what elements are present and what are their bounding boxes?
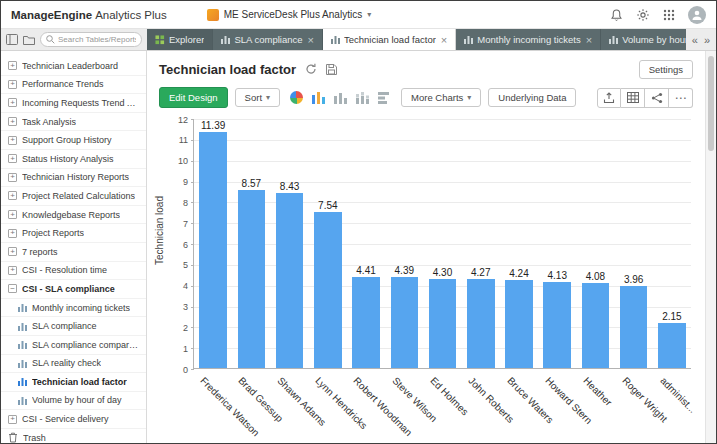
bar-roger-wright[interactable] xyxy=(620,286,648,368)
sidebar-item-project-reports[interactable]: +Project Reports xyxy=(1,224,146,243)
collapse-minus-icon[interactable]: − xyxy=(8,284,17,293)
expand-plus-icon[interactable]: + xyxy=(8,210,17,219)
user-avatar[interactable] xyxy=(688,6,706,24)
expand-plus-icon[interactable]: + xyxy=(8,191,17,200)
bar-heather[interactable] xyxy=(582,283,610,368)
chevron-down-icon: ▾ xyxy=(467,94,471,102)
tab-sla-compliance[interactable]: SLA compliance× xyxy=(213,29,323,50)
bar-bruce-waters[interactable] xyxy=(505,280,533,368)
sidebar-report-monthly-incoming-tickets[interactable]: Monthly incoming tickets xyxy=(1,299,146,318)
sidebar-item-label: Task Analysis xyxy=(22,117,76,127)
sidebar-item-label: CSI - Service delivery xyxy=(22,414,109,424)
workspace-selector[interactable]: ME ServiceDesk Plus Analytics ▾ xyxy=(207,9,371,21)
sidebar-item-technician-leaderboard[interactable]: +Technician Leaderboard xyxy=(1,57,146,76)
scroll-tabs-left-icon[interactable]: « xyxy=(692,34,698,46)
close-icon[interactable]: × xyxy=(441,34,447,46)
pie-chart-icon[interactable] xyxy=(290,91,303,104)
sidebar-report-volume-by-hour-of-day[interactable]: Volume by hour of day xyxy=(1,392,146,411)
settings-gear-icon[interactable] xyxy=(636,8,650,22)
bar-value-label: 4.08 xyxy=(586,271,605,282)
expand-plus-icon[interactable]: + xyxy=(8,229,17,238)
tab-label: Monthly incoming tickets xyxy=(477,34,580,45)
expand-plus-icon[interactable]: + xyxy=(8,61,17,70)
sidebar-item-technician-history-reports[interactable]: +Technician History Reports xyxy=(1,169,146,188)
sidebar-item-7-reports[interactable]: +7 reports xyxy=(1,243,146,262)
scrollbar-thumb[interactable] xyxy=(708,56,714,151)
sidebar-item-csi-sla-compliance[interactable]: −CSI - SLA compliance xyxy=(1,280,146,299)
vertical-scrollbar[interactable] xyxy=(705,51,716,443)
report-header: Technician load factor Settings xyxy=(147,51,705,81)
bar-robert-woodman[interactable] xyxy=(352,277,380,369)
bar-value-label: 8.43 xyxy=(280,181,299,192)
sidebar-item-label: Technician load factor xyxy=(32,377,127,387)
stacked-bar-chart-icon[interactable] xyxy=(356,91,369,104)
sidebar-item-performance-trends[interactable]: +Performance Trends xyxy=(1,76,146,95)
underlying-data-button[interactable]: Underlying Data xyxy=(488,88,576,107)
sidebar-item-csi-resolution-time[interactable]: +CSI - Resolution time xyxy=(1,262,146,281)
tab-volume-by-hour-of-day[interactable]: Volume by hour of day× xyxy=(601,29,686,50)
close-icon[interactable]: × xyxy=(586,34,592,46)
tab-technician-load-factor[interactable]: Technician load factor× xyxy=(323,29,456,50)
y-axis-tick xyxy=(191,369,194,370)
bar-lynn-hendricks[interactable] xyxy=(314,212,342,368)
save-icon[interactable] xyxy=(326,64,337,75)
expand-plus-icon[interactable]: + xyxy=(8,266,17,275)
expand-plus-icon[interactable]: + xyxy=(8,415,17,424)
sidebar-report-sla-compliance-comparison[interactable]: SLA compliance comparison xyxy=(1,336,146,355)
sidebar-item-label: Monthly incoming tickets xyxy=(32,303,130,313)
expand-plus-icon[interactable]: + xyxy=(8,117,17,126)
apps-grid-icon[interactable] xyxy=(663,9,675,21)
bar-chart-color-icon[interactable] xyxy=(312,91,325,104)
export-icon[interactable] xyxy=(597,88,621,108)
scroll-tabs-right-icon[interactable]: » xyxy=(704,34,710,46)
sidebar-report-sla-reality-check[interactable]: SLA reality check xyxy=(1,355,146,374)
folder-icon[interactable] xyxy=(23,35,35,45)
sidebar-item-task-analysis[interactable]: +Task Analysis xyxy=(1,113,146,132)
sidebar-item-label: SLA reality check xyxy=(32,358,101,368)
notifications-bell-icon[interactable] xyxy=(610,8,623,22)
sidebar-report-technician-load-factor[interactable]: Technician load factor xyxy=(1,373,146,392)
expand-plus-icon[interactable]: + xyxy=(8,247,17,256)
column-chart-icon[interactable] xyxy=(334,91,347,104)
bar-steve-wilson[interactable] xyxy=(391,277,419,368)
collapse-sidebar-icon[interactable] xyxy=(6,34,18,45)
tab-label: Explorer xyxy=(169,34,204,45)
expand-plus-icon[interactable]: + xyxy=(8,173,17,182)
edit-design-button[interactable]: Edit Design xyxy=(159,87,228,108)
bar-frederica-watson[interactable] xyxy=(199,132,227,368)
sidebar-item-project-related-calculations[interactable]: +Project Related Calculations xyxy=(1,187,146,206)
sidebar-item-csi-service-delivery[interactable]: +CSI - Service delivery xyxy=(1,410,146,429)
tab-monthly-incoming-tickets[interactable]: Monthly incoming tickets× xyxy=(456,29,601,50)
expand-plus-icon[interactable]: + xyxy=(8,136,17,145)
bar-ed-holmes[interactable] xyxy=(429,279,457,368)
search-box[interactable] xyxy=(40,32,142,47)
sidebar-item-status-history-analysis[interactable]: +Status History Analysis xyxy=(1,150,146,169)
bar-brad-gessup[interactable] xyxy=(238,190,266,368)
close-icon[interactable]: × xyxy=(308,34,314,46)
bar-howard-stern[interactable] xyxy=(543,282,571,368)
more-charts-button[interactable]: More Charts ▾ xyxy=(401,88,481,107)
table-view-icon[interactable] xyxy=(621,88,645,108)
expand-plus-icon[interactable]: + xyxy=(8,80,17,89)
more-options-icon[interactable]: ⋯ xyxy=(669,88,693,108)
bar-column: 3.96 xyxy=(615,119,653,368)
bar-administ[interactable] xyxy=(658,323,686,368)
refresh-icon[interactable] xyxy=(305,63,317,75)
expand-plus-icon[interactable]: + xyxy=(8,154,17,163)
sidebar-item-label: CSI - SLA compliance xyxy=(22,284,115,294)
share-icon[interactable] xyxy=(645,88,669,108)
expand-plus-icon[interactable]: + xyxy=(8,98,17,107)
search-input[interactable] xyxy=(58,35,136,44)
sidebar-item-incoming-requests-trend-a[interactable]: +Incoming Requests Trend A... xyxy=(1,94,146,113)
tab-explorer[interactable]: Explorer xyxy=(147,29,213,50)
horizontal-bar-chart-icon[interactable] xyxy=(378,91,391,104)
sidebar-item-support-group-history[interactable]: +Support Group History xyxy=(1,131,146,150)
sidebar-report-sla-compliance[interactable]: SLA compliance xyxy=(1,317,146,336)
sidebar-item-knowledgebase-reports[interactable]: +Knowledgebase Reports xyxy=(1,206,146,225)
settings-button[interactable]: Settings xyxy=(639,60,693,79)
sort-button[interactable]: Sort ▾ xyxy=(235,88,280,107)
bar-john-roberts[interactable] xyxy=(467,279,495,368)
bar-shawn-adams[interactable] xyxy=(276,193,304,368)
sidebar-item-trash[interactable]: Trash xyxy=(1,429,146,443)
bar-value-label: 2.15 xyxy=(662,311,681,322)
